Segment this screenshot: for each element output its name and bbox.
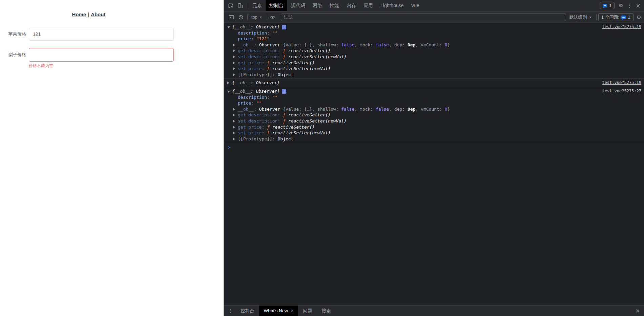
console-messages-badge[interactable]: 1 — [600, 2, 615, 9]
log-levels-label: 默认级别 — [569, 14, 587, 20]
console-row: [[Prototype]]: Object — [224, 72, 644, 78]
console-token: : — [277, 48, 283, 53]
console-token: reactiveGetter() — [272, 125, 315, 130]
expand-arrow[interactable] — [233, 72, 238, 78]
clear-console-icon[interactable] — [237, 14, 244, 21]
tab-控制台[interactable]: 控制台 — [266, 0, 287, 11]
drawer-tab-控制台[interactable]: 控制台 — [236, 306, 259, 316]
drawer-menu-icon[interactable]: ⋮ — [228, 308, 233, 314]
info-icon[interactable]: i — [282, 89, 286, 94]
console-token: Object — [277, 72, 293, 77]
tab-应用[interactable]: 应用 — [360, 0, 377, 11]
settings-gear-icon[interactable]: ⚙ — [618, 2, 623, 9]
info-icon[interactable]: i — [282, 25, 286, 29]
console-token: { — [232, 24, 235, 29]
console-row: __ob__: Observer {value: {…}, shallow: f… — [224, 106, 644, 112]
drawer-tab-问题[interactable]: 问题 — [298, 306, 317, 316]
drawer-tab-搜索[interactable]: 搜索 — [317, 306, 335, 316]
devtools-panel: 元素控制台源代码网络性能内存应用LighthouseVue 1 ⚙ ⋮ × to… — [224, 0, 644, 316]
console-token: reactiveSetter(newVal) — [272, 66, 331, 71]
expand-arrow[interactable] — [233, 130, 238, 136]
more-options-icon[interactable]: ⋮ — [627, 3, 632, 9]
context-selector[interactable]: top — [251, 15, 262, 20]
console-token: __ob__ — [235, 80, 251, 85]
console-token: reactiveSetter(newVal) — [272, 130, 331, 135]
expand-arrow[interactable] — [233, 124, 238, 130]
expand-arrow[interactable] — [233, 54, 238, 60]
close-devtools-icon[interactable]: × — [636, 2, 641, 9]
issues-count: 1 — [628, 15, 630, 20]
console-token: ƒ — [283, 112, 288, 117]
console-settings-gear-icon[interactable]: ⚙ — [637, 14, 641, 20]
console-sidebar-icon[interactable] — [228, 14, 235, 21]
toolbar-separator3 — [596, 14, 597, 20]
expand-arrow[interactable] — [233, 112, 238, 118]
console-toolbar: top 默认级别 1 个问题: 1 ⚙ — [224, 12, 644, 23]
console-prompt[interactable]: > — [224, 143, 644, 150]
expand-triangle-icon — [233, 44, 235, 46]
console-row: get description: ƒ reactiveGetter() — [224, 48, 644, 54]
console-row: set price: ƒ reactiveSetter(newVal) — [224, 66, 644, 72]
console-token: reactiveSetter(newVal) — [288, 54, 347, 59]
expand-arrow[interactable] — [227, 24, 232, 30]
console-token: false — [341, 42, 354, 47]
inspect-element-icon[interactable] — [227, 2, 234, 9]
console-row: test.vue?5275:19{__ob__: Observer} — [224, 80, 644, 86]
console-token: {value: {…}, shallow: — [283, 107, 341, 112]
source-link[interactable]: test.vue?5275:19 — [602, 80, 641, 86]
nav-about-link[interactable]: About — [91, 12, 105, 17]
expand-arrow[interactable] — [233, 48, 238, 54]
console-token: : — [267, 95, 272, 100]
console-token: : Observer} — [251, 80, 280, 85]
expand-arrow[interactable] — [227, 88, 232, 94]
console-token: false — [376, 42, 389, 47]
devtools-tabs: 元素控制台源代码网络性能内存应用LighthouseVue — [249, 0, 423, 11]
console-token: , vmCount: — [415, 107, 444, 112]
console-token: } — [447, 107, 450, 112]
nav-home-link[interactable]: Home — [72, 12, 86, 17]
tab-元素[interactable]: 元素 — [249, 0, 266, 11]
tab-性能[interactable]: 性能 — [326, 0, 343, 11]
expand-triangle-icon — [233, 120, 235, 122]
expand-arrow[interactable] — [233, 118, 238, 124]
tab-Lighthouse[interactable]: Lighthouse — [377, 0, 408, 11]
console-token: __ob__ — [238, 42, 254, 47]
expand-triangle-icon — [233, 126, 235, 129]
log-levels-dropdown[interactable]: 默认级别 — [569, 14, 592, 20]
pear-price-input[interactable] — [29, 48, 174, 62]
console-row: test.vue?5275:19{__ob__: Observer}i — [224, 24, 644, 30]
device-toolbar-icon[interactable] — [237, 2, 244, 9]
console-filter-input[interactable] — [283, 14, 564, 20]
console-token: description — [238, 95, 267, 100]
drawer-close-icon[interactable]: × — [636, 308, 640, 314]
expand-triangle-icon — [233, 108, 235, 111]
source-link[interactable]: test.vue?5275:19 — [602, 24, 641, 30]
console-row: set description: ƒ reactiveSetter(newVal… — [224, 118, 644, 124]
tab-源代码[interactable]: 源代码 — [287, 0, 309, 11]
expand-arrow[interactable] — [233, 42, 238, 48]
source-link[interactable]: test.vue?5275:27 — [602, 88, 641, 94]
expand-arrow[interactable] — [233, 136, 238, 142]
apple-price-input[interactable] — [29, 28, 174, 41]
drawer-tabs: 控制台What's New×问题搜索 — [236, 306, 335, 316]
console-token: set price — [238, 66, 262, 71]
console-token: ƒ — [283, 48, 288, 53]
expand-arrow[interactable] — [233, 106, 238, 112]
expand-arrow[interactable] — [233, 60, 238, 66]
console-token: Object — [277, 136, 293, 141]
console-token: : Observer} — [251, 24, 280, 29]
expand-arrow[interactable] — [233, 66, 238, 72]
drawer-tab-What's New[interactable]: What's New× — [259, 306, 298, 316]
console-token: , vmCount: — [415, 42, 444, 47]
apple-price-label: 苹果价格 — [0, 28, 26, 41]
tab-内存[interactable]: 内存 — [343, 0, 360, 11]
tab-Vue[interactable]: Vue — [408, 0, 423, 11]
expand-arrow[interactable] — [227, 80, 232, 86]
chevron-down-icon — [259, 17, 262, 18]
console-token: Observer — [259, 42, 283, 47]
issues-button[interactable]: 1 个问题: 1 — [598, 13, 633, 21]
drawer-tab-close-icon[interactable]: × — [291, 306, 293, 316]
tab-网络[interactable]: 网络 — [309, 0, 326, 11]
live-expression-eye-icon[interactable] — [269, 14, 276, 21]
console-token: , dep: — [389, 42, 408, 47]
